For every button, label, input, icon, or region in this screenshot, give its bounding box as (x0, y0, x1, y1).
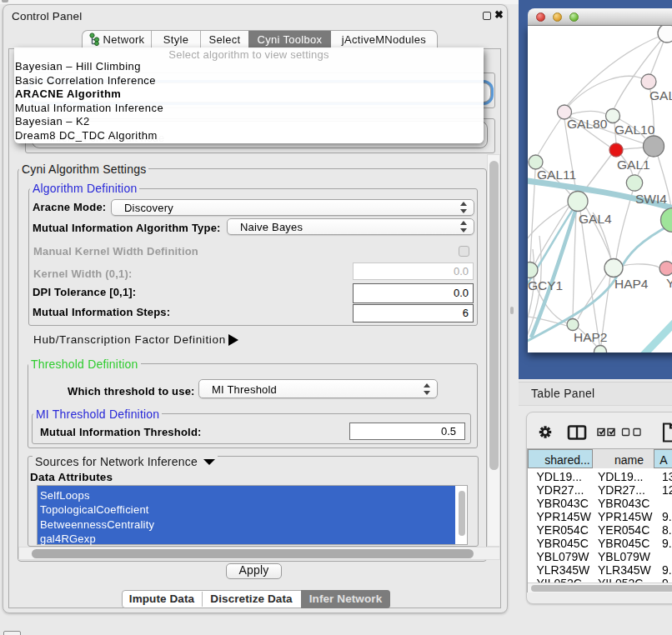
svg-text:GCY1: GCY1 (528, 278, 563, 292)
svg-text:GAL80: GAL80 (567, 117, 608, 131)
svg-text:HAP2: HAP2 (574, 330, 608, 344)
svg-text:SWI4: SWI4 (635, 192, 667, 206)
svg-text:GAL11: GAL11 (537, 168, 576, 182)
svg-text:GAL4: GAL4 (579, 212, 612, 226)
svg-text:GAL1: GAL1 (617, 158, 650, 172)
svg-text:HAP4: HAP4 (614, 277, 649, 291)
svg-text:GAL10: GAL10 (614, 122, 655, 137)
svg-text:GAL7: GAL7 (649, 88, 672, 102)
svg-text:YJ: YJ (666, 276, 672, 290)
